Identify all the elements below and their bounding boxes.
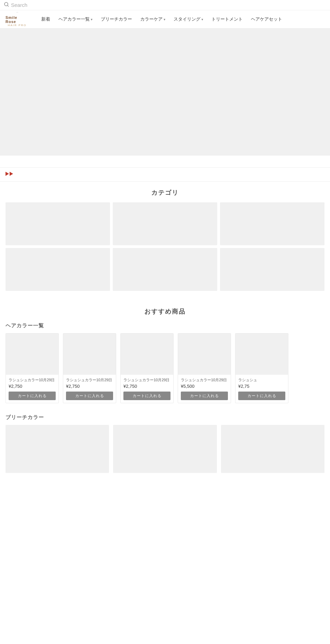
product-group-title-1: ヘアカラー一覧	[6, 323, 324, 329]
add-to-cart-btn-5[interactable]: カートに入れる	[238, 392, 285, 400]
product-name-1: ラシュシュカラー10月29日	[9, 377, 56, 382]
chevron-down-icon-3: ▾	[201, 18, 203, 21]
play-icon-1	[6, 172, 9, 176]
product-images-row-2	[6, 425, 324, 473]
nav-item-bleach[interactable]: ブリーチカラー	[101, 16, 132, 22]
search-icon	[4, 2, 9, 8]
category-title: カテゴリ	[6, 189, 324, 197]
product-card-1: ラシュシュカラー10月29日 ¥2,750 カートに入れる	[6, 333, 59, 403]
product-large-card-3[interactable]	[221, 425, 324, 473]
category-section: カテゴリ	[0, 182, 330, 301]
top-search-bar: Search	[0, 0, 330, 10]
category-card-4[interactable]	[6, 248, 110, 291]
logo[interactable]: ⌒ Smile Rose HAIR PRO	[6, 13, 29, 25]
add-to-cart-btn-3[interactable]: カートに入れる	[123, 392, 170, 400]
product-card-3: ラシュシュカラー10月29日 ¥2,750 カートに入れる	[120, 333, 174, 403]
product-name-5: ラシュシュ	[238, 377, 285, 382]
product-image-5	[235, 334, 288, 375]
nav-item-styling[interactable]: スタイリング ▾	[174, 16, 203, 22]
search-input-label[interactable]: Search	[11, 2, 28, 8]
add-to-cart-btn-1[interactable]: カートに入れる	[9, 392, 56, 400]
product-price-5: ¥2,75	[238, 384, 285, 389]
product-image-2	[63, 334, 116, 375]
product-group-bleach: ブリーチカラー	[6, 414, 324, 473]
nav-item-treatment[interactable]: トリートメント	[211, 16, 243, 22]
product-card-4: ラシュシュカラー10月29日 ¥5,500 カートに入れる	[178, 333, 231, 403]
category-card-6[interactable]	[220, 248, 324, 291]
category-card-2[interactable]	[113, 202, 217, 245]
navbar: ⌒ Smile Rose HAIR PRO 新着 ヘアカラー一覧 ▾ ブリーチカ…	[0, 10, 330, 29]
hero-banner	[0, 29, 330, 156]
product-group-haircolor: ヘアカラー一覧 ラシュシュカラー10月29日 ¥2,750 カートに入れる ラシ…	[6, 323, 324, 405]
product-image-3	[121, 334, 173, 375]
product-card-2: ラシュシュカラー10月29日 ¥2,750 カートに入れる	[63, 333, 116, 403]
product-price-1: ¥2,750	[9, 384, 56, 389]
nav-item-haircolor[interactable]: ヘアカラー一覧 ▾	[58, 16, 92, 22]
add-to-cart-btn-2[interactable]: カートに入れる	[66, 392, 113, 400]
products-main-title: おすすめ商品	[6, 307, 324, 316]
nav-item-colorcare[interactable]: カラーケア ▾	[140, 16, 165, 22]
product-name-2: ラシュシュカラー10月29日	[66, 377, 113, 382]
category-grid-row2	[6, 248, 324, 291]
product-price-4: ¥5,500	[181, 384, 228, 389]
category-card-3[interactable]	[220, 202, 324, 245]
chevron-down-icon: ▾	[91, 18, 92, 21]
category-card-5[interactable]	[113, 248, 217, 291]
nav-item-set[interactable]: ヘアケアセット	[251, 16, 282, 22]
product-name-4: ラシュシュカラー10月29日	[181, 377, 228, 382]
products-section: おすすめ商品 ヘアカラー一覧 ラシュシュカラー10月29日 ¥2,750 カート…	[0, 301, 330, 489]
product-image-4	[178, 334, 231, 375]
add-to-cart-btn-4[interactable]: カートに入れる	[181, 392, 228, 400]
product-large-card-1[interactable]	[6, 425, 109, 473]
product-image-1	[6, 334, 58, 375]
play-section	[0, 168, 330, 182]
nav-item-new[interactable]: 新着	[41, 16, 50, 22]
play-icons	[6, 172, 324, 176]
svg-line-1	[8, 5, 9, 7]
product-card-5: ラシュシュ ¥2,75 カートに入れる	[235, 333, 288, 403]
product-group-title-2: ブリーチカラー	[6, 414, 324, 421]
product-price-3: ¥2,750	[123, 384, 170, 389]
product-large-card-2[interactable]	[113, 425, 217, 473]
divider-section	[0, 156, 330, 168]
play-icon-2	[10, 172, 13, 176]
product-scroll-row-1: ラシュシュカラー10月29日 ¥2,750 カートに入れる ラシュシュカラー10…	[6, 333, 324, 405]
chevron-down-icon-2: ▾	[164, 18, 165, 21]
category-grid-row1	[6, 202, 324, 245]
svg-point-0	[4, 2, 8, 6]
product-name-3: ラシュシュカラー10月29日	[123, 377, 170, 382]
product-price-2: ¥2,750	[66, 384, 113, 389]
category-card-1[interactable]	[6, 202, 110, 245]
